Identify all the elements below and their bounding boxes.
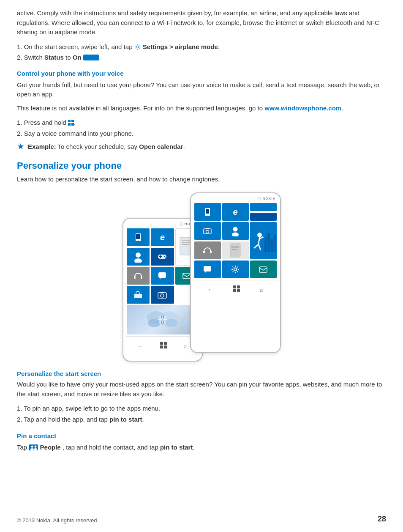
- voice-section: Control your phone with your voice Got y…: [17, 70, 386, 152]
- phone-small-bottom-bar: ← ⌕: [126, 339, 199, 351]
- pin-contact-text: Tap People , tap and hold the contact, a…: [17, 442, 386, 453]
- svg-rect-59: [259, 267, 267, 272]
- svg-rect-14: [159, 256, 162, 257]
- svg-point-58: [234, 268, 237, 271]
- svg-point-30: [161, 315, 164, 325]
- people-icon: [29, 444, 38, 450]
- svg-rect-56: [204, 266, 211, 271]
- circle-dot-large-icon: [258, 197, 261, 200]
- tile-l-doc: [222, 241, 249, 259]
- svg-line-48: [254, 244, 259, 248]
- tile-store: [127, 286, 150, 304]
- pin-contact-heading: Pin a contact: [17, 432, 386, 439]
- personalize-intro: Learn how to personalize the start scree…: [17, 175, 386, 184]
- svg-rect-22: [134, 294, 142, 298]
- phones-illustration: NOKIA e: [17, 192, 386, 362]
- svg-rect-4: [71, 123, 74, 126]
- svg-marker-57: [205, 271, 206, 273]
- svg-rect-21: [183, 273, 191, 279]
- copyright: © 2013 Nokia. All rights reserved.: [17, 517, 98, 524]
- tile-l-small2: [250, 213, 277, 221]
- tip-text: Example: To check your schedule, say Ope…: [28, 142, 185, 152]
- airplane-step2: 2. Switch Status to On .: [17, 52, 386, 63]
- personalize-start-para: Would you like to have only your most-us…: [17, 380, 386, 399]
- svg-point-40: [232, 233, 239, 237]
- tile-l-email: e: [222, 203, 249, 221]
- tile-phone: [127, 228, 150, 246]
- svg-rect-51: [210, 251, 212, 253]
- svg-rect-38: [206, 228, 209, 229]
- personalize-step2: 2. Tap and hold the app, and tap pin to …: [17, 414, 386, 425]
- tile-camera: [151, 286, 174, 304]
- svg-rect-55: [231, 249, 237, 250]
- svg-point-29: [165, 319, 177, 327]
- personalize-start-heading: Personalize the start screen: [17, 370, 386, 377]
- svg-point-15: [164, 255, 165, 256]
- phone-large-divider: [193, 280, 278, 280]
- phone-large-header: NOKIA: [193, 197, 278, 202]
- windowsphone-link[interactable]: www.windowsphone.com: [264, 104, 341, 112]
- search-icon-large: ⌕: [260, 286, 263, 293]
- svg-rect-34: [164, 346, 167, 348]
- svg-rect-33: [160, 346, 163, 348]
- voice-step2: 2. Say a voice command into your phone.: [17, 128, 386, 139]
- personalize-start-section: Personalize the start screen Would you l…: [17, 370, 386, 453]
- svg-rect-61: [237, 285, 240, 288]
- tile-grid-large: e: [193, 202, 278, 279]
- airplane-step1: 1. On the start screen, swipe left, and …: [17, 41, 386, 52]
- phone-large-screen: e: [193, 202, 278, 294]
- svg-rect-62: [233, 289, 236, 292]
- phone-small-divider: [126, 336, 199, 337]
- svg-marker-20: [160, 278, 161, 279]
- tile-l-gear: [222, 261, 249, 278]
- phone-large: NOKIA e: [190, 192, 281, 353]
- tile-l-small1: [250, 203, 277, 211]
- svg-rect-52: [230, 244, 240, 257]
- svg-point-39: [233, 227, 238, 232]
- svg-rect-35: [206, 209, 209, 214]
- start-icon-large: [233, 285, 240, 293]
- svg-point-24: [161, 294, 164, 297]
- svg-rect-3: [68, 123, 71, 126]
- svg-rect-17: [134, 276, 136, 279]
- tile-l-chat: [194, 261, 221, 278]
- tile-photo-butterfly: [127, 305, 199, 335]
- personalize-heading: Personalize your phone: [17, 160, 386, 171]
- svg-rect-5: [136, 234, 140, 239]
- toggle-on-icon: [83, 55, 99, 60]
- svg-rect-60: [233, 285, 236, 288]
- svg-point-10: [136, 252, 141, 258]
- circle-dot-icon: [180, 222, 183, 226]
- windows-start-icon: [68, 120, 74, 126]
- tile-skater: [250, 222, 277, 259]
- personalize-step1: 1. To pin an app, swipe left to go to th…: [17, 403, 386, 414]
- phone-small-screen: e: [126, 228, 199, 351]
- page-number: 28: [378, 515, 386, 524]
- svg-rect-41: [264, 237, 267, 252]
- svg-rect-42: [267, 233, 270, 252]
- footer: © 2013 Nokia. All rights reserved. 28: [17, 515, 386, 524]
- phone-small-header: NOKIA: [126, 222, 199, 228]
- svg-rect-44: [273, 235, 275, 252]
- svg-rect-9: [182, 244, 189, 245]
- svg-rect-50: [203, 251, 205, 253]
- phone-large-bottom-bar: ← ⌕: [193, 283, 278, 294]
- svg-point-66: [30, 448, 34, 450]
- svg-line-49: [258, 244, 260, 250]
- svg-point-28: [148, 319, 161, 327]
- voice-para2: This feature is not available in all lan…: [17, 104, 386, 113]
- tile-l-person: [222, 222, 249, 240]
- svg-rect-31: [160, 342, 163, 345]
- svg-rect-1: [68, 120, 71, 122]
- tile-game: [151, 248, 174, 266]
- tile-person: [127, 248, 150, 266]
- svg-rect-43: [270, 239, 272, 252]
- voice-para1: Got your hands full, but need to use you…: [17, 80, 386, 99]
- svg-rect-25: [161, 292, 164, 293]
- svg-point-68: [34, 448, 37, 450]
- tile-grid-small: e: [126, 228, 199, 335]
- svg-rect-32: [164, 342, 167, 345]
- intro-paragraph: active. Comply with the instructions and…: [17, 8, 386, 37]
- tile-l-camera: [194, 222, 221, 240]
- tile-email-letter: e: [151, 228, 174, 246]
